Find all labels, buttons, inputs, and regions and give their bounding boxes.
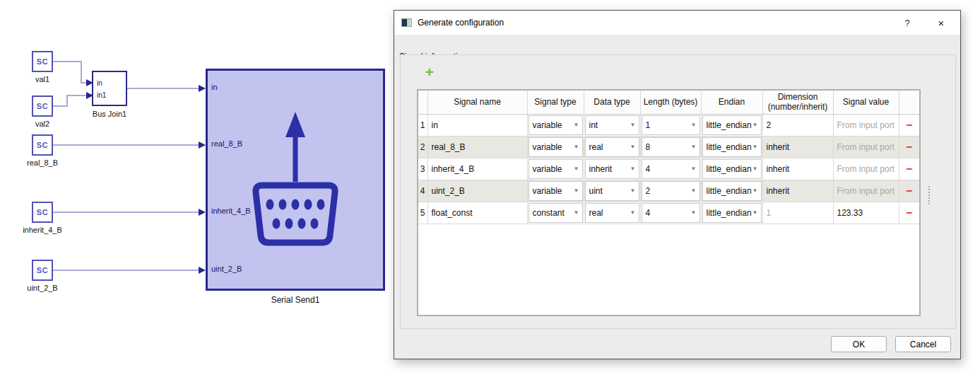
block-val2: SC val2: [32, 96, 53, 117]
remove-row-button[interactable]: −: [899, 207, 920, 219]
dropdown-value: real: [589, 208, 603, 218]
busjoin-port-in1: in1: [97, 91, 106, 99]
dropdown-value: real: [589, 142, 603, 152]
signal-name-cell[interactable]: float_const: [427, 202, 527, 224]
remove-row-button[interactable]: −: [899, 185, 920, 197]
data-type-dropdown[interactable]: inherit▼: [585, 159, 639, 179]
dimension-cell[interactable]: inherit: [762, 158, 833, 180]
dropdown-value: inherit: [589, 164, 613, 174]
dropdown-value: int: [589, 120, 598, 130]
sc-block[interactable]: SC: [32, 260, 53, 281]
sc-block-text: SC: [37, 266, 48, 274]
sc-block[interactable]: SC: [32, 51, 53, 72]
chevron-down-icon: ▼: [752, 122, 758, 128]
dropdown-value: 4: [646, 164, 651, 174]
remove-row-button[interactable]: −: [899, 141, 920, 154]
header-length[interactable]: Length (bytes): [640, 91, 701, 114]
cancel-button[interactable]: Cancel: [895, 336, 951, 352]
block-label: Serial Send1: [271, 295, 320, 305]
ok-button[interactable]: OK: [831, 336, 887, 352]
dropdown-value: uint: [589, 186, 603, 196]
add-signal-button[interactable]: +: [422, 65, 437, 81]
bus-join-block[interactable]: in in1: [92, 71, 127, 106]
close-icon[interactable]: ×: [929, 11, 953, 35]
chevron-down-icon: ▼: [752, 187, 758, 194]
dropdown-value: variable: [533, 186, 562, 196]
dropdown-value: little_endian: [707, 186, 752, 196]
block-label: val1: [35, 75, 49, 83]
header-signal-type[interactable]: Signal type: [527, 91, 584, 114]
signal-value-cell[interactable]: From input port: [833, 180, 899, 202]
header-data-type[interactable]: Data type: [584, 91, 640, 114]
block-label: real_8_B: [27, 158, 58, 167]
sc-block[interactable]: SC: [32, 134, 53, 156]
endian-dropdown[interactable]: little_endian▼: [702, 115, 762, 135]
signal-value-cell[interactable]: From input port: [833, 114, 899, 136]
block-inherit-4-b: SC inherit_4_B: [32, 202, 53, 223]
endian-dropdown[interactable]: little_endian▼: [702, 137, 762, 157]
signal-type-dropdown[interactable]: variable▼: [529, 115, 583, 135]
signal-name-cell[interactable]: real_8_B: [427, 136, 527, 158]
remove-row-button[interactable]: −: [899, 119, 920, 132]
remove-row-button[interactable]: −: [899, 163, 920, 175]
sc-block[interactable]: SC: [32, 202, 53, 223]
header-dimension[interactable]: Dimension (number/inherit): [762, 91, 833, 114]
dropdown-value: little_endian: [707, 142, 752, 152]
dimension-cell[interactable]: inherit: [762, 180, 833, 202]
busjoin-port-in: in: [97, 79, 102, 87]
dropdown-value: 8: [646, 142, 651, 152]
chevron-down-icon: ▼: [630, 144, 636, 150]
signal-name-cell[interactable]: inherit_4_B: [427, 158, 527, 180]
chevron-down-icon: ▼: [752, 166, 758, 172]
signal-name-cell[interactable]: in: [427, 114, 527, 136]
length-dropdown[interactable]: 4▼: [642, 203, 700, 223]
dropdown-value: 4: [646, 208, 651, 218]
sc-block[interactable]: SC: [32, 96, 53, 117]
dimension-cell[interactable]: 2: [762, 114, 833, 136]
endian-dropdown[interactable]: little_endian▼: [702, 181, 762, 201]
table-row: 2 real_8_B variable▼ real▼ 8▼ little_end…: [418, 136, 919, 158]
signal-name-cell[interactable]: uint_2_B: [427, 180, 527, 202]
length-dropdown[interactable]: 4▼: [642, 159, 700, 179]
dropdown-value: constant: [533, 208, 565, 218]
header-signal-value[interactable]: Signal value: [833, 91, 899, 114]
length-dropdown[interactable]: 1▼: [642, 115, 700, 135]
signal-value-cell[interactable]: From input port: [833, 136, 899, 158]
header-endian[interactable]: Endian: [701, 91, 762, 114]
splitter-handle[interactable]: [928, 186, 930, 204]
signal-value-cell[interactable]: 123.33: [833, 202, 899, 224]
arrowhead-icon: [199, 267, 206, 274]
data-type-dropdown[interactable]: real▼: [585, 203, 639, 223]
signal-type-dropdown[interactable]: constant▼: [529, 203, 583, 223]
header-signal-name[interactable]: Signal name: [427, 91, 527, 114]
help-button[interactable]: ?: [895, 11, 919, 35]
signal-type-dropdown[interactable]: variable▼: [529, 159, 583, 179]
wire-val2-to-busjoin: [53, 96, 86, 106]
row-number: 4: [418, 180, 427, 202]
table-row: 3 inherit_4_B variable▼ inherit▼ 4▼ litt…: [418, 158, 919, 180]
endian-dropdown[interactable]: little_endian▼: [702, 159, 762, 179]
chevron-down-icon: ▼: [574, 144, 579, 150]
dropdown-value: 1: [646, 120, 651, 130]
endian-dropdown[interactable]: little_endian▼: [702, 203, 762, 223]
serial-port-uint: uint_2_B: [211, 265, 242, 273]
signal-type-dropdown[interactable]: variable▼: [529, 181, 583, 201]
length-dropdown[interactable]: 8▼: [642, 137, 700, 157]
chevron-down-icon: ▼: [574, 166, 579, 172]
table-row: 5 float_const constant▼ real▼ 4▼ little_…: [418, 202, 919, 224]
dimension-cell[interactable]: inherit: [762, 136, 833, 158]
data-type-dropdown[interactable]: int▼: [585, 115, 639, 135]
dialog-titlebar[interactable]: Generate configuration ? ×: [394, 11, 960, 35]
serial-send-block[interactable]: in real_8_B inherit_4_B uint_2_B: [206, 69, 385, 291]
length-dropdown[interactable]: 2▼: [642, 181, 700, 201]
dimension-cell[interactable]: 1: [762, 202, 833, 224]
signal-type-dropdown[interactable]: variable▼: [529, 137, 583, 157]
block-val1: SC val1: [32, 51, 53, 72]
screen: SC val1 SC val2 SC real_8_B SC inherit_4…: [0, 0, 980, 382]
chevron-down-icon: ▼: [691, 166, 697, 172]
data-type-dropdown[interactable]: real▼: [585, 137, 639, 157]
data-type-dropdown[interactable]: uint▼: [585, 181, 639, 201]
chevron-down-icon: ▼: [752, 209, 758, 216]
serial-connector-icon: [208, 71, 383, 289]
signal-value-cell[interactable]: From input port: [833, 158, 899, 180]
